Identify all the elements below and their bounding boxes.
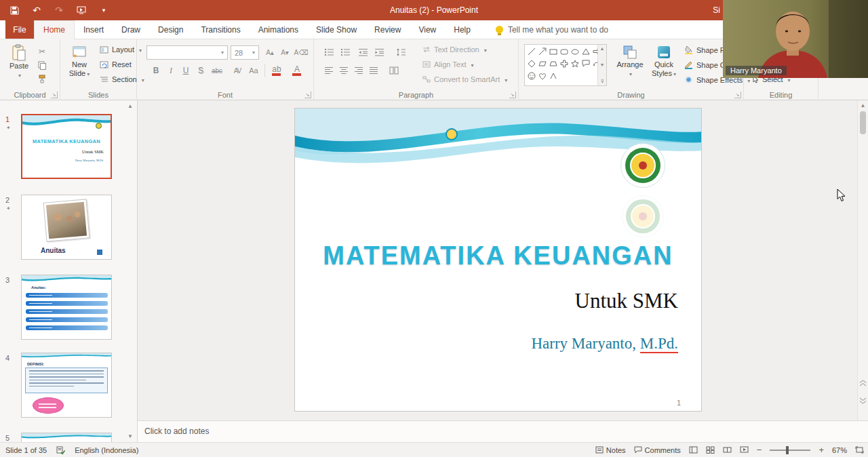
zoom-slider-thumb[interactable] (786, 446, 789, 454)
tab-insert[interactable]: Insert (75, 20, 113, 39)
underline-icon[interactable] (179, 64, 193, 77)
zoom-slider[interactable] (770, 450, 810, 451)
undo-icon[interactable]: ↶ (31, 4, 43, 16)
current-slide[interactable]: MATEMATIKA KEUANGAN Untuk SMK Harry Mary… (294, 108, 702, 412)
align-text-button[interactable]: Align Text (422, 60, 474, 68)
shape-option[interactable] (527, 71, 536, 81)
italic-icon[interactable] (164, 64, 178, 77)
numbering-icon[interactable] (338, 45, 352, 59)
align-left-icon[interactable] (322, 64, 336, 77)
highlight-color-icon[interactable]: ab (270, 64, 283, 77)
gallery-down-icon[interactable]: ▼ (600, 62, 605, 67)
scroll-up-icon[interactable]: ▲ (858, 102, 868, 108)
change-case-icon[interactable] (247, 64, 260, 77)
next-slide-button[interactable] (859, 397, 867, 404)
grow-font-icon[interactable] (263, 45, 277, 59)
shape-option[interactable] (549, 58, 558, 69)
tab-review[interactable]: Review (366, 20, 410, 39)
gallery-up-icon[interactable]: ▲ (600, 46, 605, 51)
shape-option[interactable] (549, 71, 558, 81)
font-size-combo[interactable]: 28▾ (231, 45, 259, 60)
redo-icon[interactable]: ↷ (53, 4, 65, 16)
school-logo[interactable] (620, 143, 665, 188)
reading-view-button[interactable] (723, 446, 732, 454)
slide-thumbnail-1[interactable]: MATEMATIKA KEUANGAN Untuk SMK Harry Mary… (21, 114, 112, 179)
gallery-scrollbar[interactable]: ▲▼⊽ (597, 45, 606, 85)
font-dialog-launcher[interactable]: ↘ (304, 92, 311, 98)
slideshow-view-button[interactable] (740, 446, 749, 454)
tab-help[interactable]: Help (445, 20, 479, 39)
decrease-indent-icon[interactable] (356, 45, 370, 59)
format-painter-icon[interactable] (35, 72, 49, 85)
align-right-icon[interactable] (352, 64, 366, 77)
previous-slide-button[interactable] (859, 380, 867, 386)
paste-button[interactable]: Paste (7, 44, 31, 80)
slide-thumbnail-5[interactable] (21, 433, 112, 442)
shrink-font-icon[interactable] (278, 45, 292, 59)
align-center-icon[interactable] (337, 64, 351, 77)
font-color-icon[interactable]: A (290, 64, 304, 77)
shape-option[interactable] (559, 46, 569, 57)
slide-indicator[interactable]: Slide 1 of 35 (5, 446, 47, 454)
new-slide-button[interactable]: New Slide (64, 44, 94, 79)
text-shadow-icon[interactable] (194, 64, 208, 77)
slide-author-text[interactable]: Harry Maryanto, M.Pd. (531, 335, 678, 353)
shape-option[interactable] (527, 46, 536, 57)
cut-icon[interactable]: ✂ (35, 45, 49, 58)
tab-animations[interactable]: Animations (250, 20, 307, 39)
slide-thumbnail-3[interactable]: Anuitas: (21, 275, 112, 340)
layout-button[interactable]: Layout (100, 45, 142, 54)
tab-slideshow[interactable]: Slide Show (307, 20, 366, 39)
shape-option[interactable] (559, 58, 569, 69)
arrange-button[interactable]: Arrange (614, 44, 646, 79)
tab-draw[interactable]: Draw (113, 20, 149, 39)
increase-indent-icon[interactable] (372, 45, 386, 59)
zoom-level[interactable]: 67% (832, 446, 847, 454)
drawing-dialog-launcher[interactable]: ↘ (734, 92, 741, 98)
slide-subtitle-text[interactable]: Untuk SMK (575, 289, 678, 313)
tell-me-box[interactable]: Tell me what you want to do (496, 20, 608, 39)
line-spacing-icon[interactable] (394, 45, 408, 59)
tab-view[interactable]: View (410, 20, 445, 39)
reset-button[interactable]: Reset (100, 60, 132, 68)
quick-styles-button[interactable]: Quick Styles (649, 44, 679, 79)
strikethrough-icon[interactable] (210, 64, 224, 77)
shape-option[interactable] (538, 71, 547, 81)
clipboard-dialog-launcher[interactable]: ↘ (51, 92, 58, 98)
fit-to-window-button[interactable] (855, 446, 864, 454)
paragraph-dialog-launcher[interactable]: ↘ (509, 92, 516, 98)
tab-design[interactable]: Design (149, 20, 192, 39)
webcam-overlay[interactable]: Harry Maryanto (723, 0, 868, 78)
bullets-icon[interactable] (322, 45, 336, 59)
font-name-combo[interactable]: ▾ (146, 45, 228, 60)
text-direction-button[interactable]: Text Direction (422, 45, 487, 54)
tab-file[interactable]: File (5, 20, 34, 39)
slide-sorter-view-button[interactable] (706, 446, 715, 454)
notes-pane[interactable]: Click to add notes (138, 420, 868, 442)
zoom-in-button[interactable]: + (818, 445, 824, 455)
justify-icon[interactable] (367, 64, 380, 77)
tab-home[interactable]: Home (34, 20, 75, 39)
shape-option[interactable] (570, 58, 580, 69)
slide-title-text[interactable]: MATEMATIKA KEUANGAN (295, 241, 701, 271)
shape-option[interactable] (581, 46, 591, 57)
copy-icon[interactable] (35, 58, 49, 72)
scrollbar-thumb[interactable] (860, 111, 866, 134)
notes-toggle[interactable]: Notes (595, 446, 626, 454)
notes-placeholder[interactable]: Click to add notes (138, 421, 868, 442)
shape-option[interactable] (538, 46, 547, 57)
language-indicator[interactable]: English (Indonesia) (75, 446, 138, 454)
clear-formatting-icon[interactable] (294, 45, 308, 59)
shape-option[interactable] (527, 58, 536, 69)
customize-qat-icon[interactable]: ▾ (98, 4, 110, 16)
character-spacing-icon[interactable] (231, 64, 244, 77)
normal-view-button[interactable] (689, 446, 698, 454)
comments-toggle[interactable]: Comments (634, 446, 681, 454)
shape-option[interactable] (581, 58, 591, 69)
shape-option[interactable] (538, 58, 547, 69)
spellcheck-icon[interactable] (56, 446, 65, 454)
school-logo-watermark[interactable] (622, 195, 664, 237)
shape-option[interactable] (549, 46, 558, 57)
paste-dropdown[interactable] (17, 71, 21, 80)
gallery-more-icon[interactable]: ⊽ (600, 79, 604, 84)
